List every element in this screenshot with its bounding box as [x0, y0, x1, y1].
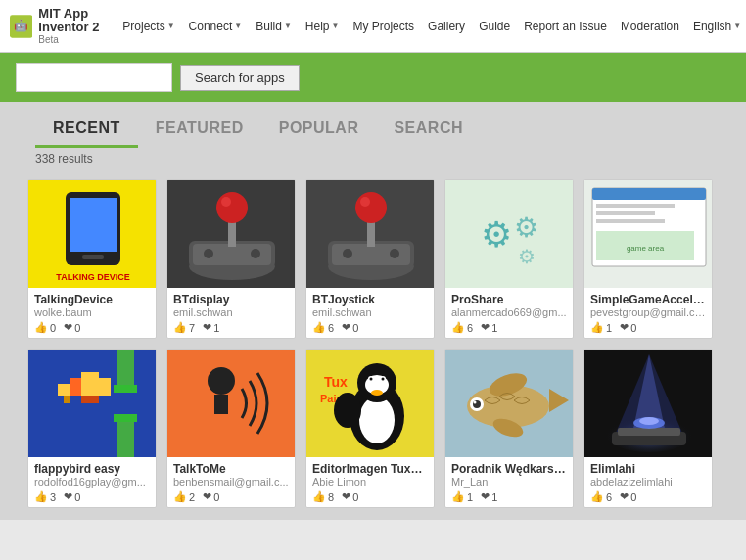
nav-moderation[interactable]: Moderation — [615, 16, 685, 37]
list-item[interactable]: Tux Paint EditorImagen TuxPa... Abie Lim… — [305, 349, 435, 508]
app-stats: 👍 7 ❤ 1 — [173, 321, 289, 334]
svg-rect-41 — [70, 378, 81, 396]
logo-icon: 🤖 — [10, 7, 32, 46]
logo-text-area: MIT App Inventor 2 Beta — [38, 7, 105, 46]
nav-projects[interactable]: Projects ▼ — [117, 16, 180, 37]
svg-point-81 — [639, 417, 659, 425]
app-thumbnail — [306, 180, 435, 288]
app-stats: 👍 6 ❤ 1 — [451, 321, 567, 334]
tab-recent[interactable]: RECENT — [35, 112, 138, 148]
app-author: benbensmail@gmail.c... — [173, 476, 289, 488]
nav-connect[interactable]: Connect ▼ — [183, 16, 249, 37]
svg-point-55 — [359, 397, 395, 443]
list-item[interactable]: flappybird easy rodolfod16gplay@gm... 👍 … — [27, 349, 157, 508]
svg-point-24 — [360, 197, 370, 207]
app-name: Elimlahi — [590, 462, 706, 476]
svg-rect-43 — [81, 396, 99, 403]
app-author: emil.schwan — [173, 306, 289, 318]
thumbs-up-icon: 👍 — [173, 490, 187, 503]
heart-icon: ❤ — [481, 321, 490, 334]
app-author: Mr_Lan — [451, 476, 567, 488]
nav-build[interactable]: Build ▼ — [250, 16, 298, 37]
app-thumbnail — [167, 180, 296, 288]
svg-point-26 — [390, 249, 399, 258]
app-info: ProShare alanmercado669@gm... 👍 6 ❤ 1 — [445, 288, 573, 338]
svg-point-15 — [221, 197, 231, 207]
heart-icon: ❤ — [342, 490, 350, 503]
svg-point-23 — [355, 192, 387, 223]
svg-rect-49 — [114, 414, 137, 422]
gallery: TALKING DEVICE TALKING DEVICE TalkingDev… — [0, 173, 746, 520]
svg-rect-35 — [596, 211, 655, 215]
search-input[interactable] — [16, 63, 172, 92]
results-count: 338 results — [0, 148, 746, 173]
svg-text:TALKING DEVICE: TALKING DEVICE — [56, 272, 129, 282]
likes-stat: 👍 7 — [173, 321, 195, 334]
thumbs-up-icon: 👍 — [451, 490, 465, 503]
likes-stat: 👍 6 — [590, 490, 612, 503]
thumbs-up-icon: 👍 — [451, 321, 465, 334]
tab-featured[interactable]: FEATURED — [138, 112, 261, 148]
app-stats: 👍 6 ❤ 0 — [312, 321, 428, 334]
logo-area[interactable]: 🤖 MIT App Inventor 2 Beta — [10, 7, 105, 46]
app-thumbnail — [445, 350, 574, 457]
list-item[interactable]: game area SimpleGameAccelS... pevestgrou… — [583, 179, 713, 339]
app-stats: 👍 0 ❤ 0 — [34, 321, 150, 334]
list-item[interactable]: Elimlahi abdelazizelimlahi 👍 6 ❤ 0 — [583, 349, 713, 508]
app-author: emil.schwan — [312, 306, 428, 318]
list-item[interactable]: TalkToMe benbensmail@gmail.c... 👍 2 ❤ 0 — [166, 349, 296, 508]
thumbs-up-icon: 👍 — [173, 321, 187, 334]
app-info: TalkToMe benbensmail@gmail.c... 👍 2 ❤ 0 — [167, 457, 295, 507]
chevron-down-icon: ▼ — [167, 22, 175, 30]
nav-help[interactable]: Help ▼ — [300, 16, 346, 37]
svg-rect-40 — [58, 384, 70, 396]
app-thumbnail — [28, 350, 157, 457]
tabs-row: RECENT FEATURED POPULAR SEARCH — [0, 102, 746, 148]
gallery-row-2: flappybird easy rodolfod16gplay@gm... 👍 … — [27, 349, 719, 508]
app-thumbnail: Tux Paint — [306, 350, 435, 457]
app-info: BTdisplay emil.schwan 👍 7 ❤ 1 — [167, 288, 295, 338]
svg-rect-34 — [596, 204, 675, 208]
app-name: BTdisplay — [173, 293, 289, 306]
svg-rect-45 — [64, 396, 70, 403]
hearts-stat: ❤ 1 — [481, 490, 497, 503]
chevron-down-icon: ▼ — [332, 22, 340, 30]
app-stats: 👍 3 ❤ 0 — [34, 490, 150, 503]
nav-report-issue[interactable]: Report an Issue — [518, 16, 613, 37]
svg-rect-79 — [618, 428, 680, 436]
heart-icon: ❤ — [203, 490, 211, 503]
svg-point-16 — [204, 249, 213, 258]
hearts-stat: ❤ 0 — [620, 490, 636, 503]
app-stats: 👍 1 ❤ 1 — [451, 490, 567, 503]
list-item[interactable]: TALKING DEVICE TALKING DEVICE TalkingDev… — [27, 179, 157, 339]
list-item[interactable]: ⚙ ⚙ ⚙ ProShare alanmercado669@gm... 👍 6 … — [444, 179, 574, 339]
thumbs-up-icon: 👍 — [34, 321, 48, 334]
chevron-down-icon: ▼ — [733, 22, 741, 30]
nav-my-projects[interactable]: My Projects — [347, 16, 420, 37]
svg-text:⚙: ⚙ — [518, 246, 536, 267]
likes-stat: 👍 2 — [173, 490, 195, 503]
thumbs-up-icon: 👍 — [312, 321, 326, 334]
app-author: pevestgroup@gmail.co... — [590, 306, 706, 318]
nav-guide[interactable]: Guide — [473, 16, 516, 37]
list-item[interactable]: BTJoystick emil.schwan 👍 6 ❤ 0 — [305, 179, 435, 339]
heart-icon: ❤ — [620, 490, 629, 503]
list-item[interactable]: Poradnik Wędkarsk... Mr_Lan 👍 1 ❤ 1 — [444, 349, 574, 508]
thumbs-up-icon: 👍 — [590, 321, 604, 334]
logo-beta: Beta — [38, 34, 105, 45]
hearts-stat: ❤ 0 — [342, 490, 358, 503]
nav-gallery[interactable]: Gallery — [422, 16, 471, 37]
app-stats: 👍 2 ❤ 0 — [173, 490, 289, 503]
app-author: alanmercado669@gm... — [451, 306, 567, 318]
app-name: ProShare — [451, 293, 567, 306]
hearts-stat: ❤ 1 — [481, 321, 497, 334]
list-item[interactable]: BTdisplay emil.schwan 👍 7 ❤ 1 — [166, 179, 296, 339]
nav-english[interactable]: English ▼ — [687, 16, 746, 37]
app-info: TalkingDevice wolke.baum 👍 0 ❤ 0 — [28, 288, 156, 338]
tab-popular[interactable]: POPULAR — [261, 112, 377, 148]
tab-search[interactable]: SEARCH — [376, 112, 481, 148]
svg-point-61 — [370, 378, 373, 381]
search-button[interactable]: Search for apps — [180, 65, 300, 91]
thumbs-up-icon: 👍 — [34, 490, 48, 503]
svg-point-51 — [208, 367, 235, 395]
